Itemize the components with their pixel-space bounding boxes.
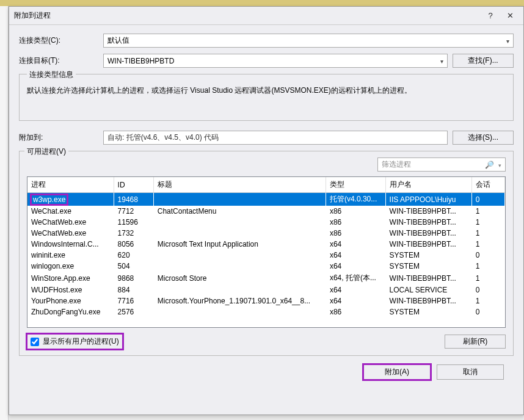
attach-to-label: 附加到: [19,132,98,143]
table-row[interactable]: w3wp.exe19468托管(v4.0.30...IIS APPPOOL\Hu… [27,193,505,206]
table-header-row: 进程 ID 标题 类型 用户名 会话 [27,177,505,193]
col-user[interactable]: 用户名 [385,177,471,193]
col-process[interactable]: 进程 [27,177,114,193]
select-button[interactable]: 选择(S)... [453,131,514,145]
attach-to-value: 自动: 托管(v4.6、v4.5、v4.0) 代码 [103,131,448,145]
chevron-down-icon [506,37,509,45]
show-all-users-checkbox[interactable]: 显示所有用户的进程(U) [27,334,123,349]
dropdown-icon: ▾ [498,162,501,168]
dialog-title: 附加到进程 [14,10,51,21]
col-session[interactable]: 会话 [471,177,504,193]
chevron-down-icon [440,57,443,65]
col-title[interactable]: 标题 [153,177,326,193]
attach-to-process-dialog: 附加到进程 ? ✕ 连接类型(C): 默认值 连接目标(T): WIN-TIBE… [9,6,524,415]
connection-type-info-box: 连接类型信息 默认连接允许选择此计算机上的进程，或选择运行 Visual Stu… [19,74,514,121]
table-row[interactable]: WindowsInternal.C...8056Microsoft Text I… [27,239,505,250]
connection-target-select[interactable]: WIN-TIBEB9HPBTD [103,54,448,68]
table-row[interactable]: YourPhone.exe7716Microsoft.YourPhone_1.1… [27,295,505,306]
col-id[interactable]: ID [114,177,153,193]
find-button[interactable]: 查找(F)... [453,54,514,68]
process-table[interactable]: 进程 ID 标题 类型 用户名 会话 w3wp.exe19468托管(v4.0.… [27,176,506,328]
titlebar: 附加到进程 ? ✕ [9,7,523,25]
available-processes-group: 可用进程(V) 筛选进程 🔎 ▾ 进程 [19,151,514,356]
filter-input[interactable]: 筛选进程 🔎 ▾ [377,158,506,172]
cancel-button[interactable]: 取消 [437,364,504,380]
table-row[interactable]: wininit.exe620x64SYSTEM0 [27,250,505,261]
refresh-button[interactable]: 刷新(R) [445,335,506,349]
search-icon: 🔎 [485,161,494,169]
table-row[interactable]: WeChatWeb.exe1732x86WIN-TIBEB9HPBT...1 [27,228,505,239]
table-row[interactable]: ZhuDongFangYu.exe2576x86SYSTEM0 [27,306,505,317]
table-row[interactable]: WUDFHost.exe884x64LOCAL SERVICE0 [27,284,505,295]
table-row[interactable]: winlogon.exe504x64SYSTEM1 [27,261,505,272]
table-row[interactable]: WeChat.exe7712ChatContactMenux86WIN-TIBE… [27,206,505,217]
col-type[interactable]: 类型 [326,177,385,193]
connection-target-label: 连接目标(T): [19,56,98,66]
connection-type-info-text: 默认连接允许选择此计算机上的进程，或选择运行 Visual Studio 远程调… [27,85,506,96]
connection-type-select[interactable]: 默认值 [103,34,514,48]
table-row[interactable]: WinStore.App.exe9868Microsoft Storex64, … [27,272,505,284]
close-icon[interactable]: ✕ [501,10,519,22]
available-processes-label: 可用进程(V) [24,147,68,157]
help-icon[interactable]: ? [482,10,499,22]
connection-type-info-title: 连接类型信息 [27,70,76,80]
attach-button[interactable]: 附加(A) [363,364,431,380]
table-row[interactable]: WeChatWeb.exe11596x86WIN-TIBEB9HPBT...1 [27,217,505,228]
connection-type-label: 连接类型(C): [19,35,98,46]
